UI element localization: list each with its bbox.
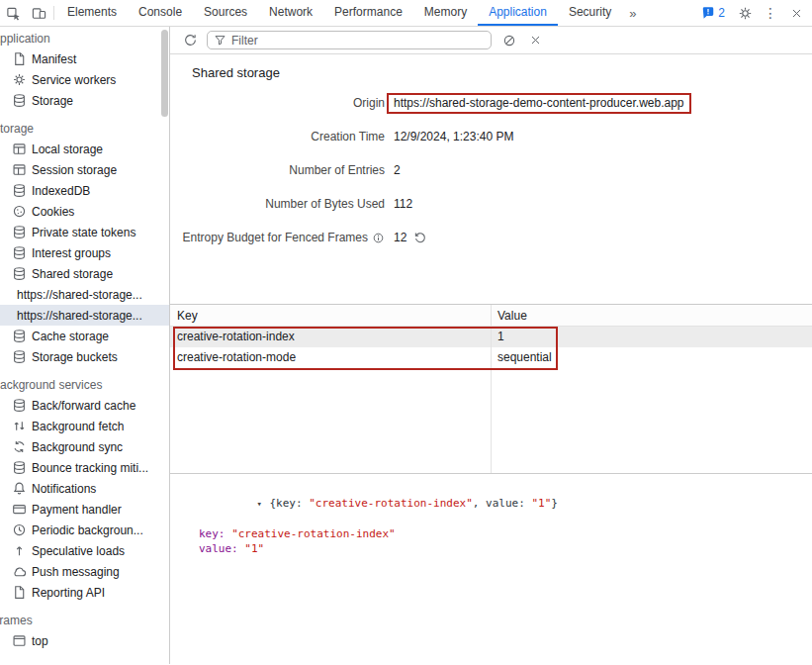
sidebar-item-private-state-tokens[interactable]: Private state tokens <box>0 222 169 242</box>
sidebar-item-storage[interactable]: Storage <box>0 90 169 111</box>
info-icon[interactable] <box>372 232 385 244</box>
tab-performance[interactable]: Performance <box>323 0 413 26</box>
sidebar-section-title: Background services <box>0 376 169 395</box>
field-row-number-of-bytes-used: Number of Bytes Used112 <box>170 187 812 221</box>
sidebar-section-title: Frames <box>0 612 169 630</box>
tab-console[interactable]: Console <box>128 0 193 26</box>
sidebar-item-label: Cache storage <box>32 330 109 343</box>
delete-selected-button[interactable] <box>522 28 548 53</box>
refresh-button[interactable] <box>177 28 203 53</box>
annotation-box-origin: https://shared-storage-demo-content-prod… <box>387 93 691 114</box>
manifest-icon <box>12 585 27 600</box>
block-icon <box>502 34 516 48</box>
sidebar-item-label: https://shared-storage... <box>17 288 142 302</box>
sidebar-item-cache-storage[interactable]: Cache storage <box>0 326 169 346</box>
metadata-report: Originhttps://shared-storage-demo-conten… <box>170 86 812 254</box>
sidebar-item-https-shared-storage[interactable]: https://shared-storage... <box>0 305 169 326</box>
sidebar-item-cookies[interactable]: Cookies <box>0 201 169 222</box>
tab-network[interactable]: Network <box>258 0 323 26</box>
sidebar-item-reporting-api[interactable]: Reporting API <box>0 582 169 603</box>
database-icon <box>12 349 27 364</box>
tab-application[interactable]: Application <box>478 0 558 26</box>
menu-button[interactable]: ⋮ <box>758 5 783 21</box>
sidebar-item-local-storage[interactable]: Local storage <box>0 139 169 159</box>
column-divider[interactable] <box>491 305 492 473</box>
payment-icon <box>12 502 27 517</box>
sidebar-scrollbar-thumb[interactable] <box>161 30 168 117</box>
sidebar-item-notifications[interactable]: Notifications <box>0 478 169 499</box>
sidebar-item-push-messaging[interactable]: Push messaging <box>0 561 169 582</box>
sidebar-item-speculative-loads[interactable]: Speculative loads <box>0 540 169 561</box>
sidebar-item-interest-groups[interactable]: Interest groups <box>0 242 169 263</box>
preview-property-line: value: "1" <box>178 541 812 556</box>
sidebar-item-session-storage[interactable]: Session storage <box>0 159 169 180</box>
sidebar-item-top[interactable]: top <box>0 630 169 651</box>
tab-elements[interactable]: Elements <box>56 0 128 26</box>
sidebar-item-service-workers[interactable]: Service workers <box>0 69 169 90</box>
preview-token: } <box>551 497 558 510</box>
filter-input[interactable] <box>231 34 485 48</box>
sidebar-item-bounce-tracking-miti[interactable]: Bounce tracking miti... <box>0 457 169 478</box>
refresh-icon <box>183 33 198 48</box>
sidebar-item-periodic-backgroun[interactable]: Periodic backgroun... <box>0 520 169 540</box>
shared-storage-toolbar <box>170 27 812 54</box>
database-icon <box>12 329 27 343</box>
field-value-text: 12 <box>394 231 406 244</box>
settings-button[interactable] <box>732 6 758 21</box>
close-devtools-button[interactable] <box>783 7 809 20</box>
cloud-icon <box>12 564 27 579</box>
field-row-entropy-budget-for-fenced-frames: Entropy Budget for Fenced Frames12 <box>170 221 812 254</box>
field-label-text: Creation Time <box>311 130 385 143</box>
expand-caret-icon[interactable]: ▾ <box>256 497 269 512</box>
field-label: Number of Entries <box>170 163 385 177</box>
sidebar-item-label: Background sync <box>32 440 123 454</box>
sidebar-item-storage-buckets[interactable]: Storage buckets <box>0 346 169 367</box>
sidebar-item-back-forward-cache[interactable]: Back/forward cache <box>0 395 169 416</box>
sidebar-item-manifest[interactable]: Manifest <box>0 48 169 69</box>
cell-value: 1 <box>491 327 812 347</box>
column-header-value[interactable]: Value <box>491 305 812 326</box>
field-value: 12/9/2024, 1:23:40 PM <box>394 130 513 143</box>
sidebar-item-label: IndexedDB <box>32 184 90 198</box>
field-label: Origin <box>170 96 385 110</box>
sidebar-item-label: Back/forward cache <box>32 399 135 413</box>
sidebar-item-label: top <box>32 634 48 648</box>
delete-all-button[interactable] <box>496 28 522 53</box>
tab-sources[interactable]: Sources <box>193 0 258 26</box>
sidebar-section-background-services: Background servicesBack/forward cacheBac… <box>0 376 169 603</box>
sidebar-item-label: Background fetch <box>32 420 124 433</box>
more-tabs-button[interactable]: » <box>622 0 643 26</box>
sidebar-item-label: Shared storage <box>32 267 113 281</box>
device-toolbar-button[interactable] <box>26 0 51 26</box>
inspect-button[interactable] <box>0 0 26 26</box>
field-value: https://shared-storage-demo-content-prod… <box>394 93 691 114</box>
reset-budget-icon[interactable] <box>413 231 427 244</box>
sidebar-item-payment-handler[interactable]: Payment handler <box>0 499 169 520</box>
preview-property-name: value: <box>199 542 244 555</box>
column-header-key[interactable]: Key <box>170 305 491 326</box>
entry-preview-pane: ▾{key: "creative-rotation-index", value:… <box>170 473 812 664</box>
tab-memory[interactable]: Memory <box>413 0 478 26</box>
database-icon <box>12 245 27 260</box>
tab-security[interactable]: Security <box>558 0 622 26</box>
fetch-icon <box>12 419 27 433</box>
sidebar-item-background-sync[interactable]: Background sync <box>0 436 169 457</box>
close-icon <box>790 7 803 20</box>
sidebar-item-label: Cookies <box>32 205 74 219</box>
field-label-text: Number of Bytes Used <box>265 197 385 211</box>
sidebar-item-https-shared-storage[interactable]: https://shared-storage... <box>0 284 169 305</box>
sidebar-item-label: Notifications <box>32 482 96 496</box>
cell-value: sequential <box>491 347 812 368</box>
toolbar-divider <box>53 6 54 20</box>
sidebar-scrollbar[interactable] <box>160 27 169 664</box>
preview-property-value: "1" <box>244 542 264 555</box>
devtools-panes: ApplicationManifestService workersStorag… <box>0 27 812 664</box>
sidebar-item-indexeddb[interactable]: IndexedDB <box>0 180 169 201</box>
issues-badge[interactable]: 2 <box>694 6 732 20</box>
clock-icon <box>12 522 27 537</box>
field-label: Entropy Budget for Fenced Frames <box>170 231 385 244</box>
sidebar-item-background-fetch[interactable]: Background fetch <box>0 416 169 436</box>
table-icon <box>12 142 27 156</box>
sidebar-item-shared-storage[interactable]: Shared storage <box>0 263 169 284</box>
filter-box[interactable] <box>207 31 492 49</box>
